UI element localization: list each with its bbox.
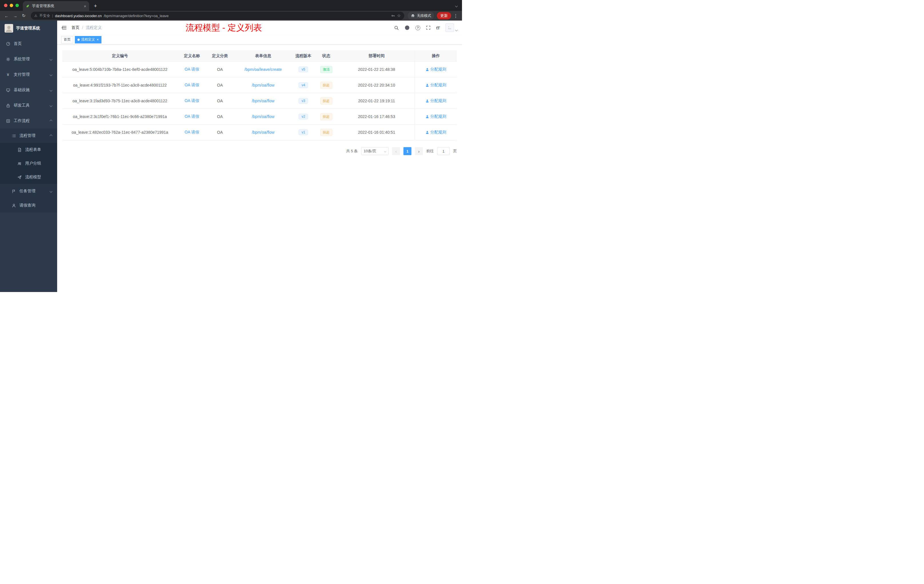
chevron-down-icon — [384, 150, 386, 152]
sidebar-item-process-model[interactable]: 流程模型 — [0, 170, 57, 184]
back-button[interactable]: ← — [3, 12, 10, 20]
sidebar-item-infrastructure[interactable]: 基础设施 — [0, 82, 57, 98]
workflow-submenu: 流程管理 流程表单 用户分组 流程模型 — [0, 129, 57, 213]
sidebar-item-leave-query[interactable]: 请假查询 — [0, 198, 57, 213]
assign-rule-link[interactable]: 分配规则 — [426, 130, 446, 135]
cell-id: oa_leave:1:482ec033-762a-11ec-8477-a2380… — [62, 130, 177, 135]
pagination: 共 5 条 10条/页 ‹ 1 › 前往 页 — [62, 147, 457, 155]
tab-search-chevron-icon[interactable] — [455, 5, 458, 7]
password-key-icon[interactable] — [391, 14, 395, 18]
cell-deploy-time: 2022-01-22 20:34:10 — [338, 83, 415, 87]
sidebar-item-user-group[interactable]: 用户分组 — [0, 157, 57, 170]
sidebar-item-process-management[interactable]: 流程管理 — [0, 129, 57, 143]
tag-process-definition[interactable]: 流程定义 × — [75, 36, 101, 43]
avatar[interactable] — [446, 23, 454, 32]
sidebar-item-payment[interactable]: ¥ 支付管理 — [0, 67, 57, 82]
page-content: 定义编号 定义名称 定义分类 表单信息 流程版本 状态 部署时间 操作 oa_l… — [57, 45, 462, 292]
user-avatar-wrap[interactable] — [446, 23, 457, 32]
browser-tab[interactable]: 芋道管理系统 × — [23, 1, 89, 11]
tab-title: 芋道管理系统 — [32, 3, 81, 8]
goto-page-input[interactable] — [437, 147, 450, 155]
col-header-form: 表单信息 — [233, 53, 292, 59]
person-icon — [12, 203, 16, 208]
tag-close-icon[interactable]: × — [97, 38, 99, 42]
browser-toolbar: ← → ↻ ⚠ 不安全 | dashboard.yudao.iocoder.cn… — [0, 11, 462, 21]
person-icon — [426, 99, 429, 103]
cell-deploy-time: 2022-01-22 19:19:11 — [338, 99, 415, 103]
prev-page-button[interactable]: ‹ — [392, 147, 400, 155]
definition-name-link[interactable]: OA 请假 — [185, 114, 199, 119]
status-badge: 挂起 — [320, 97, 332, 105]
sidebar-item-devtools[interactable]: 研发工具 — [0, 98, 57, 113]
cell-id: oa_leave:3:1fad3d93-7b75-11ec-a3c8-acde4… — [62, 99, 177, 103]
chevron-up-icon — [50, 119, 53, 122]
forward-button[interactable]: → — [12, 12, 19, 20]
form-link[interactable]: /bpm/oa/flow — [252, 130, 274, 135]
search-icon[interactable] — [394, 25, 399, 30]
tag-home[interactable]: 首页 — [61, 36, 73, 43]
chevron-down-icon — [50, 104, 53, 107]
cell-category: OA — [206, 67, 233, 72]
font-size-icon[interactable]: tT — [436, 25, 440, 30]
dashboard-icon — [6, 42, 10, 46]
bookmark-star-icon[interactable]: ☆ — [397, 13, 401, 18]
next-page-button[interactable]: › — [415, 147, 423, 155]
new-tab-button[interactable]: + — [91, 2, 99, 10]
incognito-label: 无痕模式 — [417, 13, 431, 18]
form-link[interactable]: /bpm/oa/flow — [252, 83, 274, 87]
assign-rule-link[interactable]: 分配规则 — [426, 98, 446, 104]
browser-window: 芋道管理系统 × + ← → ↻ ⚠ 不安全 | dashboard.yudao… — [0, 0, 462, 292]
form-link[interactable]: /bpm/oa/leave/create — [244, 67, 282, 72]
cell-category: OA — [206, 130, 233, 135]
url-divider: | — [52, 14, 53, 18]
table-row: oa_leave:3:1fad3d93-7b75-11ec-a3c8-acde4… — [62, 93, 457, 109]
github-icon[interactable] — [404, 25, 410, 30]
current-page-button[interactable]: 1 — [403, 147, 411, 155]
page-annotation: 流程模型 - 定义列表 — [186, 22, 262, 34]
cell-category: OA — [206, 99, 233, 103]
flag-icon — [12, 189, 16, 193]
breadcrumb-home[interactable]: 首页 — [71, 25, 79, 30]
assign-rule-link[interactable]: 分配规则 — [426, 82, 446, 88]
fullscreen-icon[interactable] — [426, 25, 431, 30]
not-secure-label[interactable]: 不安全 — [40, 13, 50, 18]
person-icon — [426, 83, 429, 87]
definition-name-link[interactable]: OA 请假 — [185, 82, 199, 88]
version-badge: v3 — [299, 98, 308, 104]
definition-name-link[interactable]: OA 请假 — [185, 67, 199, 72]
cell-category: OA — [206, 114, 233, 119]
sidebar-item-task-management[interactable]: 任务管理 — [0, 184, 57, 198]
minimize-window-button[interactable] — [10, 4, 13, 7]
cell-id: oa_leave:4:991f2193-7b7f-11ec-a3c8-acde4… — [62, 83, 177, 87]
assign-rule-link[interactable]: 分配规则 — [426, 67, 446, 72]
update-button[interactable]: 更新 — [437, 12, 451, 20]
sidebar-item-system[interactable]: 系统管理 — [0, 51, 57, 67]
form-link[interactable]: /bpm/oa/flow — [252, 114, 274, 119]
sidebar-item-workflow[interactable]: 工作流程 — [0, 113, 57, 129]
assign-rule-link[interactable]: 分配规则 — [426, 114, 446, 119]
definition-name-link[interactable]: OA 请假 — [185, 130, 199, 135]
warning-icon: ⚠ — [34, 14, 38, 18]
address-bar[interactable]: ⚠ 不安全 | dashboard.yudao.iocoder.cn /bpm/… — [31, 12, 404, 20]
page-size-select[interactable]: 10条/页 — [361, 147, 389, 155]
browser-menu-icon[interactable]: ⋮ — [454, 13, 458, 18]
incognito-badge: 无痕模式 — [408, 12, 434, 20]
sidebar-item-home[interactable]: 首页 — [0, 36, 57, 51]
status-badge: 挂起 — [320, 82, 332, 89]
sidebar-item-process-form[interactable]: 流程表单 — [0, 143, 57, 157]
close-window-button[interactable] — [4, 4, 7, 7]
col-header-actions: 操作 — [414, 50, 457, 61]
form-link[interactable]: /bpm/oa/flow — [252, 99, 274, 103]
page-unit-label: 页 — [453, 148, 457, 154]
sidebar-collapse-icon[interactable] — [62, 25, 67, 30]
help-icon[interactable]: ? — [416, 25, 420, 30]
reload-button[interactable]: ↻ — [20, 12, 27, 20]
maximize-window-button[interactable] — [15, 4, 19, 7]
person-icon — [426, 115, 429, 119]
tab-close-icon[interactable]: × — [84, 4, 86, 8]
table-row: oa_leave:5:004b710b-7b8a-11ec-8ef0-acde4… — [62, 62, 457, 78]
table-row: oa_leave:2:3c1f0ef1-76b1-11ec-9c66-a2380… — [62, 109, 457, 125]
status-badge: 挂起 — [320, 129, 332, 136]
definition-name-link[interactable]: OA 请假 — [185, 98, 199, 104]
main-area: 首页 / 流程定义 流程模型 - 定义列表 ? tT — [57, 21, 462, 292]
